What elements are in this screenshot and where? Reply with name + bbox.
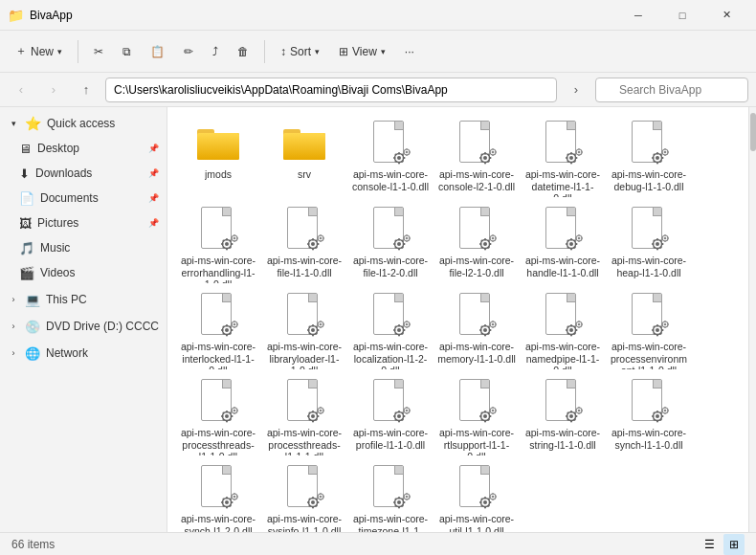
file-item[interactable]: api-ms-win-core-file-l1-2-0.dll bbox=[347, 201, 434, 287]
delete-button[interactable]: 🗑 bbox=[230, 36, 256, 67]
more-button[interactable]: ··· bbox=[397, 36, 422, 67]
svg-rect-247 bbox=[581, 323, 583, 325]
svg-rect-309 bbox=[406, 412, 408, 414]
file-item[interactable]: api-ms-win-core-synch-l1-2-0.dll bbox=[175, 459, 261, 532]
sidebar-item-network[interactable]: › 🌐 Network bbox=[0, 341, 167, 366]
file-item[interactable]: api-ms-win-core-memory-l1-1-0.dll bbox=[434, 287, 520, 373]
svg-rect-348 bbox=[652, 415, 655, 417]
file-item[interactable]: api-ms-win-core-sysinfo-l1-1-0.dll bbox=[261, 459, 347, 532]
svg-rect-261 bbox=[664, 326, 666, 328]
svg-point-153 bbox=[656, 242, 659, 246]
new-label: New bbox=[31, 45, 54, 58]
svg-rect-119 bbox=[409, 237, 411, 239]
file-item[interactable]: api-ms-win-core-string-l1-1-0.dll bbox=[520, 373, 606, 459]
maximize-button[interactable]: □ bbox=[660, 0, 704, 31]
sidebar-section-dvd: › 💿 DVD Drive (D:) CCCC bbox=[0, 314, 167, 339]
file-item[interactable]: srv bbox=[261, 115, 347, 201]
file-item[interactable]: api-ms-win-core-namedpipe-l1-1-0.dll bbox=[520, 287, 606, 373]
pin-icon: 📌 bbox=[148, 144, 159, 153]
svg-rect-220 bbox=[479, 329, 482, 331]
svg-rect-135 bbox=[495, 237, 497, 239]
svg-point-9 bbox=[397, 156, 401, 160]
close-button[interactable]: ✕ bbox=[704, 0, 748, 31]
file-item[interactable]: api-ms-win-core-debug-l1-1-0.dll bbox=[606, 115, 692, 201]
paste-button[interactable]: 📋 bbox=[143, 36, 172, 67]
sidebar-item-videos[interactable]: 🎬 Videos bbox=[0, 260, 167, 285]
svg-rect-244 bbox=[578, 321, 580, 322]
svg-rect-380 bbox=[307, 501, 310, 503]
svg-rect-365 bbox=[231, 501, 233, 503]
file-item[interactable]: api-ms-win-core-timezone-l1-1-0.dll bbox=[347, 459, 434, 532]
file-item[interactable]: api-ms-win-core-profile-l1-1-0.dll bbox=[347, 373, 434, 459]
rename-button[interactable]: ✏ bbox=[176, 36, 201, 67]
file-item[interactable]: jmods bbox=[175, 115, 261, 201]
minimize-button[interactable]: ─ bbox=[616, 0, 660, 31]
new-button[interactable]: ＋ New ▾ bbox=[8, 36, 70, 67]
file-item[interactable]: api-ms-win-core-errorhandling-l1-1-0.dll bbox=[175, 201, 261, 287]
svg-rect-70 bbox=[661, 151, 663, 153]
cut-button[interactable]: ✂ bbox=[86, 36, 111, 67]
sidebar-item-quick-access[interactable]: ▾ ⭐ Quick access bbox=[0, 111, 167, 136]
file-item[interactable]: api-ms-win-core-rtlsupport-l1-1-0.dll bbox=[434, 373, 520, 459]
file-item[interactable]: api-ms-win-core-console-l2-1-0.dll bbox=[434, 115, 520, 201]
file-item[interactable]: api-ms-win-core-handle-l1-1-0.dll bbox=[520, 201, 606, 287]
share-button[interactable]: ⤴ bbox=[205, 36, 226, 67]
file-item[interactable]: api-ms-win-core-heap-l1-1-0.dll bbox=[606, 201, 692, 287]
copy-button[interactable]: ⧉ bbox=[115, 36, 139, 67]
file-item[interactable]: api-ms-win-core-interlocked-l1-1-0.dll bbox=[175, 287, 261, 373]
file-item[interactable]: api-ms-win-core-processthreads-l1-1-1.dl… bbox=[261, 373, 347, 459]
sidebar-item-pictures[interactable]: 🖼 Pictures 📌 bbox=[0, 211, 167, 235]
grid-view-button[interactable]: ⊞ bbox=[723, 534, 745, 555]
file-item[interactable]: api-ms-win-core-util-l1-1-0.dll bbox=[434, 459, 520, 532]
file-item[interactable]: api-ms-win-core-console-l1-1-0.dll bbox=[347, 115, 434, 201]
sort-button[interactable]: ↕ Sort ▾ bbox=[273, 36, 327, 67]
sidebar-item-music[interactable]: 🎵 Music bbox=[0, 235, 167, 260]
file-name: api-ms-win-core-file-l1-1-0.dll bbox=[265, 255, 344, 278]
sidebar-item-dvd[interactable]: › 💿 DVD Drive (D:) CCCC bbox=[0, 314, 167, 339]
svg-rect-141 bbox=[575, 243, 578, 245]
svg-rect-150 bbox=[575, 237, 577, 239]
svg-rect-284 bbox=[307, 415, 310, 417]
file-name: api-ms-win-core-interlocked-l1-1-0.dll bbox=[179, 341, 257, 369]
svg-rect-292 bbox=[320, 407, 322, 409]
file-name: api-ms-win-core-processthreads-l1-1-0.dl… bbox=[179, 427, 257, 455]
forward-button[interactable]: › bbox=[40, 77, 67, 103]
sidebar-item-this-pc[interactable]: › 💻 This PC bbox=[0, 287, 167, 312]
cut-icon: ✂ bbox=[94, 45, 103, 58]
view-button[interactable]: ⊞ View ▾ bbox=[331, 36, 393, 67]
file-item[interactable]: api-ms-win-core-file-l2-1-0.dll bbox=[434, 201, 520, 287]
file-name: api-ms-win-core-util-l1-1-0.dll bbox=[437, 513, 516, 532]
pictures-icon: 🖼 bbox=[19, 216, 32, 231]
file-item[interactable]: api-ms-win-core-processthreads-l1-1-0.dl… bbox=[175, 373, 261, 459]
file-item[interactable]: api-ms-win-core-synch-l1-1-0.dll bbox=[606, 373, 692, 459]
file-item[interactable]: api-ms-win-core-libraryloader-l1-1-0.dll bbox=[261, 287, 347, 373]
up-button[interactable]: ↑ bbox=[73, 77, 100, 103]
sidebar-item-downloads[interactable]: ⬇ Downloads 📌 bbox=[0, 161, 167, 186]
file-name: api-ms-win-core-console-l2-1-0.dll bbox=[437, 168, 516, 192]
sidebar-section-quick-access: ▾ ⭐ Quick access 🖥 Desktop 📌 ⬇ Downloads… bbox=[0, 111, 167, 285]
svg-rect-324 bbox=[492, 407, 494, 409]
svg-point-19 bbox=[406, 151, 409, 154]
dll-icon bbox=[540, 293, 586, 339]
sidebar-item-desktop[interactable]: 🖥 Desktop 📌 bbox=[0, 136, 167, 161]
svg-rect-151 bbox=[581, 237, 583, 239]
svg-rect-266 bbox=[226, 411, 228, 413]
search-input[interactable] bbox=[595, 78, 748, 102]
file-item[interactable]: api-ms-win-core-processenvironment-l1-1-… bbox=[606, 287, 692, 373]
svg-rect-411 bbox=[484, 506, 486, 509]
address-input[interactable] bbox=[105, 78, 557, 102]
svg-rect-396 bbox=[393, 501, 396, 503]
sidebar-item-documents[interactable]: 📄 Documents 📌 bbox=[0, 186, 167, 211]
file-item[interactable]: api-ms-win-core-localization-l1-2-0.dll bbox=[347, 287, 434, 373]
downloads-icon: ⬇ bbox=[19, 166, 30, 181]
svg-rect-295 bbox=[322, 410, 324, 411]
scrollbar[interactable] bbox=[748, 107, 756, 532]
toolbar-separator-1 bbox=[78, 40, 78, 63]
list-view-button[interactable]: ☰ bbox=[699, 534, 720, 555]
back-button[interactable]: ‹ bbox=[8, 77, 34, 103]
address-go-button[interactable]: › bbox=[563, 77, 589, 103]
file-item[interactable]: api-ms-win-core-file-l1-1-0.dll bbox=[261, 201, 347, 287]
svg-rect-173 bbox=[231, 329, 233, 331]
pin-icon-dl: 📌 bbox=[148, 168, 159, 178]
file-item[interactable]: api-ms-win-core-datetime-l1-1-0.dll bbox=[520, 115, 606, 201]
